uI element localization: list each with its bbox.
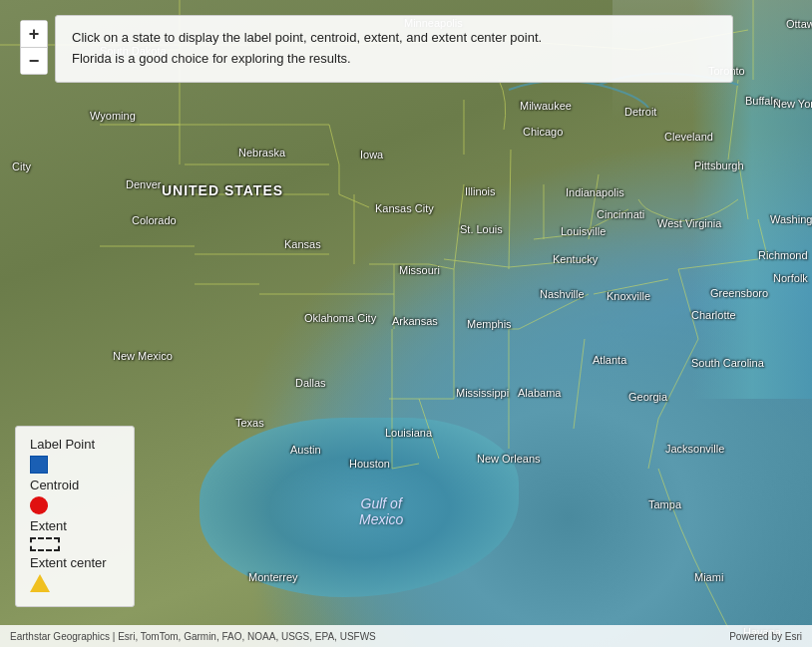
legend-symbol-extent (30, 537, 60, 551)
svg-line-16 (579, 209, 628, 234)
svg-line-37 (329, 125, 339, 164)
legend-symbol-centroid-row (30, 496, 120, 514)
info-line2: Florida is a good choice for exploring t… (72, 49, 716, 70)
legend-symbol-extent-center-row (30, 574, 120, 592)
svg-line-4 (678, 259, 758, 269)
legend-item-extent: Extent (30, 518, 120, 533)
zoom-in-button[interactable]: + (21, 21, 47, 47)
legend-symbol-extent-row (30, 537, 120, 551)
info-box: Click on a state to display the label po… (55, 15, 733, 83)
info-line1: Click on a state to display the label po… (72, 28, 716, 49)
svg-line-20 (509, 150, 511, 269)
svg-line-7 (648, 419, 658, 469)
legend: Label Point Centroid Extent Extent cente… (15, 426, 135, 607)
svg-line-14 (509, 259, 594, 267)
svg-line-30 (392, 464, 419, 469)
attribution-bar: Earthstar Geographics | Esri, TomTom, Ga… (0, 625, 812, 647)
extent-dashes-icon (30, 537, 60, 551)
svg-line-5 (678, 269, 698, 339)
zoom-controls: + − (20, 20, 48, 75)
legend-item-label-point: Label Point (30, 437, 120, 452)
attribution-right: Powered by Esri (729, 631, 802, 642)
blue-square-icon (30, 456, 48, 474)
svg-line-11 (519, 294, 589, 329)
svg-line-10 (419, 399, 439, 459)
svg-line-17 (534, 234, 579, 239)
legend-item-centroid: Centroid (30, 478, 120, 492)
triangle-icon (30, 574, 50, 592)
svg-line-18 (589, 174, 599, 239)
svg-line-2 (738, 160, 748, 219)
svg-line-8 (574, 339, 585, 429)
map-container[interactable]: Gulf of Mexico MinneapolisChicagoMilwauk… (0, 0, 812, 647)
svg-line-6 (658, 339, 698, 419)
attribution-left: Earthstar Geographics | Esri, TomTom, Ga… (10, 631, 376, 642)
svg-line-15 (444, 259, 509, 267)
svg-line-13 (594, 279, 668, 294)
legend-symbol-extent-center (30, 574, 50, 592)
red-circle-icon (30, 496, 48, 514)
legend-extent-text: Extent (30, 518, 67, 533)
legend-symbol-label-point-row (30, 456, 120, 474)
zoom-out-button[interactable]: − (21, 48, 47, 74)
legend-label-point-text: Label Point (30, 437, 95, 452)
svg-line-1 (728, 80, 738, 160)
svg-line-21 (454, 184, 464, 269)
legend-centroid-text: Centroid (30, 478, 79, 492)
legend-symbol-label-point (30, 456, 48, 474)
legend-extent-center-text: Extent center (30, 555, 107, 570)
svg-line-23 (429, 264, 454, 269)
legend-item-extent-center: Extent center (30, 555, 120, 570)
svg-line-3 (758, 219, 768, 259)
legend-symbol-centroid (30, 496, 48, 514)
